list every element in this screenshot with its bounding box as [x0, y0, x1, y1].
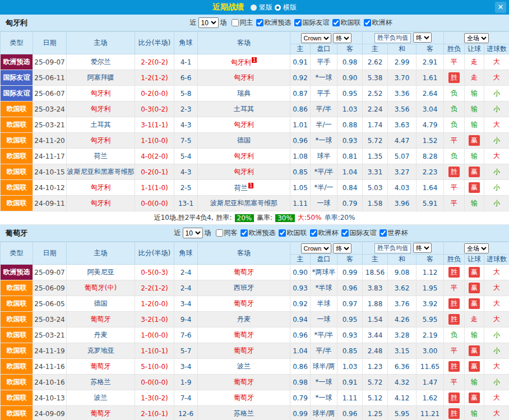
match-score[interactable]: 0-2(0-1): [135, 164, 174, 180]
home-team[interactable]: 匈牙利: [91, 183, 111, 191]
filter-checkbox-item[interactable]: 欧洲预选: [256, 18, 291, 27]
filter-checkbox-item[interactable]: 欧洲杯: [364, 18, 392, 27]
filter-checkbox-item[interactable]: 同客: [216, 228, 238, 238]
bookmaker-select[interactable]: Crown: [301, 33, 331, 43]
away-team[interactable]: 葡萄牙: [234, 394, 254, 401]
home-team[interactable]: 匈牙利: [91, 89, 111, 97]
away-team[interactable]: 苏格兰: [234, 409, 254, 417]
match-score[interactable]: 1-2(1-2): [135, 70, 174, 86]
home-team[interactable]: 阿塞拜疆: [87, 73, 114, 81]
match-score[interactable]: 0-0(0-0): [135, 375, 174, 390]
away-team[interactable]: 匈牙利: [231, 58, 251, 66]
filter-checkbox-item[interactable]: 欧国联: [332, 18, 361, 27]
away-team[interactable]: 荷兰: [234, 184, 248, 192]
scope-select[interactable]: 全场: [464, 243, 489, 253]
match-score[interactable]: 2-2(1-2): [135, 280, 174, 296]
handicap-result-cell: 输: [465, 86, 484, 101]
home-team[interactable]: 爱尔兰: [91, 58, 111, 66]
filter-checkbox[interactable]: [232, 19, 239, 26]
avg-odds-button[interactable]: 胜平负均值: [374, 243, 411, 253]
close-icon[interactable]: ✕: [495, 2, 506, 13]
home-team[interactable]: 丹麦: [94, 331, 108, 339]
home-team[interactable]: 葡萄牙: [91, 362, 111, 370]
match-score[interactable]: 0-3(0-2): [135, 101, 174, 117]
away-team[interactable]: 丹麦: [237, 315, 251, 323]
match-score[interactable]: 2-1(0-1): [135, 406, 174, 420]
away-team[interactable]: 葡萄牙: [234, 378, 254, 386]
home-team[interactable]: 荷兰: [94, 152, 108, 160]
home-team[interactable]: 匈牙利: [91, 136, 111, 144]
home-team[interactable]: 波兰: [94, 394, 108, 401]
home-team[interactable]: 波斯尼亚和黑塞哥维那: [67, 168, 135, 176]
match-score[interactable]: 2-2(0-2): [135, 54, 174, 70]
match-score[interactable]: 0-5(0-3): [135, 265, 174, 280]
away-team[interactable]: 匈牙利: [234, 168, 254, 176]
home-team[interactable]: 克罗地亚: [87, 347, 114, 354]
avg-time-select[interactable]: 终: [413, 33, 432, 43]
match-score[interactable]: 4-0(2-0): [135, 149, 174, 164]
away-team[interactable]: 葡萄牙: [234, 299, 254, 307]
match-score[interactable]: 1-1(0-1): [135, 343, 174, 359]
filter-checkbox-item[interactable]: 欧国联: [279, 228, 307, 238]
away-team[interactable]: 匈牙利: [234, 73, 254, 81]
filter-checkbox[interactable]: [279, 229, 286, 237]
match-score[interactable]: 5-1(0-0): [135, 359, 174, 375]
home-team[interactable]: 德国: [94, 299, 108, 307]
away-team[interactable]: 土耳其: [234, 105, 254, 113]
avg-time-select[interactable]: 终: [413, 243, 432, 253]
match-score[interactable]: 1-1(0-0): [135, 133, 174, 149]
match-count-select[interactable]: 10: [183, 228, 203, 238]
avg-odds-button[interactable]: 胜平负均值: [374, 33, 411, 43]
away-team[interactable]: 匈牙利: [234, 152, 254, 160]
home-team[interactable]: 土耳其: [91, 121, 111, 128]
home-team[interactable]: 葡萄牙: [91, 409, 111, 417]
away-team[interactable]: 葡萄牙: [234, 268, 254, 276]
filter-checkbox-item[interactable]: 世界杯: [380, 228, 408, 238]
away-team[interactable]: 波斯尼亚和黑塞哥维那: [210, 199, 277, 207]
filter-checkbox[interactable]: [294, 19, 302, 26]
filter-checkbox[interactable]: [216, 229, 223, 237]
away-team[interactable]: 德国: [237, 136, 251, 144]
home-team[interactable]: 苏格兰: [91, 378, 111, 386]
match-score[interactable]: 1-3(0-2): [135, 390, 174, 406]
home-team[interactable]: 葡萄牙: [91, 315, 111, 323]
match-score[interactable]: 0-0(0-0): [135, 196, 174, 211]
away-team[interactable]: 葡萄牙: [234, 347, 254, 354]
radio-label[interactable]: 横版: [283, 3, 297, 12]
bookmaker-select[interactable]: Crown: [301, 243, 331, 253]
radio-label[interactable]: 竖版: [259, 3, 272, 12]
match-score[interactable]: 3-2(1-0): [135, 312, 174, 327]
filter-checkbox[interactable]: [256, 19, 263, 26]
filter-checkbox[interactable]: [341, 229, 349, 237]
home-team[interactable]: 匈牙利: [91, 105, 111, 113]
home-team[interactable]: 葡萄牙(中): [85, 284, 117, 292]
odds-time-select[interactable]: 终: [333, 33, 351, 43]
match-score[interactable]: 0-2(0-0): [135, 86, 174, 101]
away-team[interactable]: 匈牙利: [234, 121, 254, 128]
filter-checkbox-item[interactable]: 国际友谊: [294, 18, 330, 27]
radio-horizontal[interactable]: [275, 4, 281, 11]
filter-checkbox[interactable]: [310, 229, 317, 237]
match-score[interactable]: 3-1(1-1): [135, 117, 174, 133]
match-score[interactable]: 1-0(0-0): [135, 327, 174, 343]
away-team[interactable]: 波兰: [237, 362, 251, 370]
filter-checkbox-item[interactable]: 同主: [232, 18, 253, 27]
match-score[interactable]: 1-1(1-0): [135, 180, 174, 196]
match-count-select[interactable]: 10: [198, 17, 219, 28]
odds-time-select[interactable]: 终: [333, 243, 351, 253]
home-team[interactable]: 阿美尼亚: [87, 268, 114, 276]
radio-vertical[interactable]: [251, 4, 257, 11]
away-team[interactable]: 西班牙: [234, 284, 254, 292]
filter-checkbox-item[interactable]: 国际友谊: [341, 228, 377, 238]
match-score[interactable]: 1-2(0-0): [135, 296, 174, 312]
scope-select[interactable]: 全场: [464, 33, 489, 43]
home-team[interactable]: 匈牙利: [91, 199, 111, 207]
filter-checkbox[interactable]: [380, 229, 387, 237]
away-team[interactable]: 葡萄牙: [234, 331, 254, 339]
away-team[interactable]: 瑞典: [237, 89, 251, 97]
filter-checkbox[interactable]: [240, 229, 248, 237]
filter-checkbox-item[interactable]: 欧洲杯: [310, 228, 339, 238]
filter-checkbox[interactable]: [332, 19, 340, 26]
filter-checkbox[interactable]: [364, 19, 371, 26]
filter-checkbox-item[interactable]: 欧洲预选: [240, 228, 276, 238]
